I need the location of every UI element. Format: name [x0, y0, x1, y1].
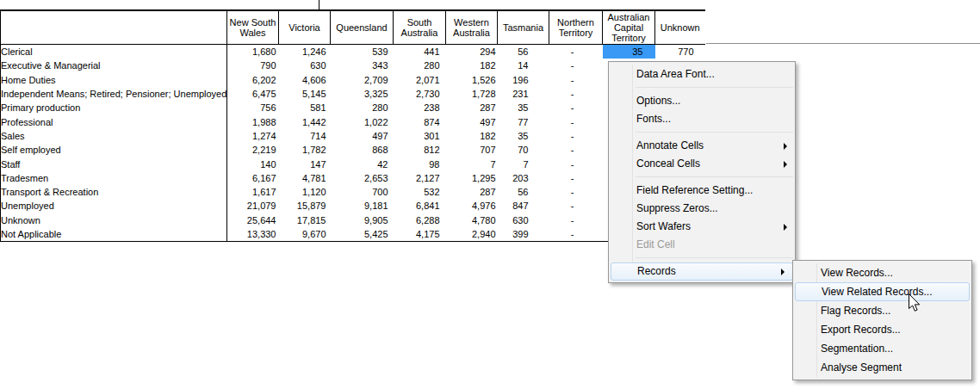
submenu-item-view-related-records[interactable]: View Related Records... — [795, 282, 970, 301]
data-cell[interactable]: - — [549, 171, 603, 185]
data-cell[interactable]: 1,246 — [279, 45, 331, 59]
data-cell[interactable]: 581 — [279, 101, 331, 114]
data-cell[interactable]: 231 — [498, 87, 549, 101]
data-cell[interactable]: 790 — [227, 59, 279, 72]
data-cell[interactable]: 1,680 — [227, 45, 279, 59]
data-cell[interactable]: 9,670 — [279, 227, 331, 242]
data-cell[interactable]: 2,709 — [331, 73, 394, 87]
column-header-tasmania[interactable]: Tasmania — [498, 10, 549, 45]
row-label-staff[interactable]: Staff — [1, 157, 227, 170]
row-label-not-applicable[interactable]: Not Applicable — [1, 227, 227, 242]
data-cell[interactable]: 7 — [446, 157, 498, 170]
menu-item-fonts[interactable]: Fonts... — [609, 110, 795, 128]
data-cell[interactable]: 2,127 — [394, 171, 446, 185]
data-cell[interactable]: 4,781 — [279, 171, 331, 185]
data-cell[interactable]: 9,905 — [331, 213, 394, 227]
data-cell[interactable]: 630 — [279, 59, 331, 72]
data-cell[interactable]: 203 — [498, 171, 549, 185]
data-cell[interactable]: 756 — [227, 101, 279, 114]
data-cell[interactable]: 301 — [394, 129, 446, 143]
column-header-western-australia[interactable]: Western Australia — [446, 10, 498, 45]
data-cell[interactable]: 6,841 — [394, 199, 446, 213]
submenu-item-flag-records[interactable]: Flag Records... — [793, 301, 971, 320]
data-cell[interactable]: 707 — [446, 143, 498, 157]
column-header-new-south-wales[interactable]: New South Wales — [227, 10, 279, 45]
data-cell[interactable]: 294 — [446, 45, 498, 59]
data-cell[interactable]: 280 — [331, 101, 394, 114]
row-label-primary-production[interactable]: Primary production — [1, 101, 227, 114]
menu-item-conceal-cells[interactable]: Conceal Cells — [609, 155, 795, 173]
data-cell[interactable]: 441 — [394, 45, 446, 59]
data-cell[interactable]: 13,330 — [227, 227, 279, 242]
row-label-unknown[interactable]: Unknown — [1, 213, 227, 227]
data-cell[interactable]: 196 — [498, 73, 549, 87]
data-cell[interactable]: 5,145 — [279, 87, 331, 101]
data-cell[interactable]: - — [549, 143, 603, 157]
column-header-northern-territory[interactable]: Northern Territory — [549, 10, 603, 45]
submenu-item-analyse-segment[interactable]: Analyse Segment — [793, 358, 971, 377]
data-cell[interactable]: 4,976 — [446, 199, 498, 213]
data-cell[interactable]: - — [549, 87, 603, 101]
data-cell[interactable]: 42 — [331, 157, 394, 170]
data-cell[interactable]: 497 — [446, 114, 498, 128]
data-cell[interactable]: 539 — [331, 45, 394, 59]
row-label-professional[interactable]: Professional — [1, 114, 227, 128]
data-cell[interactable]: 6,288 — [394, 213, 446, 227]
row-label-transport-recreation[interactable]: Transport & Recreation — [1, 185, 227, 199]
row-label-executive-managerial[interactable]: Executive & Managerial — [1, 59, 227, 72]
column-header-queensland[interactable]: Queensland — [331, 10, 394, 45]
data-cell[interactable]: 56 — [498, 45, 549, 59]
column-header-south-australia[interactable]: South Australia — [394, 10, 446, 45]
data-cell[interactable]: 4,606 — [279, 73, 331, 87]
data-cell[interactable]: - — [549, 213, 603, 227]
data-cell[interactable]: 56 — [498, 185, 549, 199]
column-header-australian-capital-territory[interactable]: Australian Capital Territory — [603, 10, 655, 45]
data-cell[interactable]: - — [549, 227, 603, 242]
data-cell[interactable]: 630 — [498, 213, 549, 227]
column-header-victoria[interactable]: Victoria — [279, 10, 331, 45]
data-cell[interactable]: 6,202 — [227, 73, 279, 87]
data-cell[interactable]: 35 — [498, 129, 549, 143]
data-cell[interactable]: 70 — [498, 143, 549, 157]
data-cell[interactable]: 399 — [498, 227, 549, 242]
data-cell[interactable]: 9,181 — [331, 199, 394, 213]
data-cell[interactable]: 238 — [394, 101, 446, 114]
data-cell[interactable]: 4,175 — [394, 227, 446, 242]
data-cell[interactable]: 140 — [227, 157, 279, 170]
data-cell[interactable]: 6,475 — [227, 87, 279, 101]
data-cell[interactable]: 2,071 — [394, 73, 446, 87]
data-cell[interactable]: 15,879 — [279, 199, 331, 213]
data-cell[interactable]: 280 — [394, 59, 446, 72]
data-cell[interactable]: 1,274 — [227, 129, 279, 143]
data-cell[interactable]: 2,653 — [331, 171, 394, 185]
data-cell[interactable]: 287 — [446, 185, 498, 199]
row-label-independent-means-retired-pensioner-unemployed[interactable]: Independent Means; Retired; Pensioner; U… — [1, 87, 227, 101]
row-label-tradesmen[interactable]: Tradesmen — [1, 171, 227, 185]
data-cell[interactable]: 1,526 — [446, 73, 498, 87]
data-cell[interactable]: 714 — [279, 129, 331, 143]
data-cell[interactable]: 700 — [331, 185, 394, 199]
data-cell[interactable]: - — [549, 73, 603, 87]
submenu-item-export-records[interactable]: Export Records... — [793, 320, 971, 339]
menu-item-field-reference-setting[interactable]: Field Reference Setting... — [609, 182, 795, 200]
data-cell[interactable]: 77 — [498, 114, 549, 128]
row-label-sales[interactable]: Sales — [1, 129, 227, 143]
data-cell[interactable]: - — [549, 199, 603, 213]
menu-item-sort-wafers[interactable]: Sort Wafers — [609, 218, 795, 236]
data-cell[interactable]: - — [549, 45, 603, 59]
menu-item-options[interactable]: Options... — [609, 92, 795, 110]
data-cell[interactable]: 14 — [498, 59, 549, 72]
data-cell[interactable]: 497 — [331, 129, 394, 143]
data-cell[interactable]: 182 — [446, 59, 498, 72]
row-label-unemployed[interactable]: Unemployed — [1, 199, 227, 213]
submenu-item-segmentation[interactable]: Segmentation... — [793, 339, 971, 358]
data-cell[interactable]: 1,120 — [279, 185, 331, 199]
data-cell[interactable]: 287 — [446, 101, 498, 114]
row-label-clerical[interactable]: Clerical — [1, 45, 227, 59]
data-cell[interactable]: 1,728 — [446, 87, 498, 101]
data-cell[interactable]: 98 — [394, 157, 446, 170]
row-label-self-employed[interactable]: Self employed — [1, 143, 227, 157]
data-cell[interactable]: 1,295 — [446, 171, 498, 185]
data-cell[interactable]: 21,079 — [227, 199, 279, 213]
data-cell[interactable]: 25,644 — [227, 213, 279, 227]
